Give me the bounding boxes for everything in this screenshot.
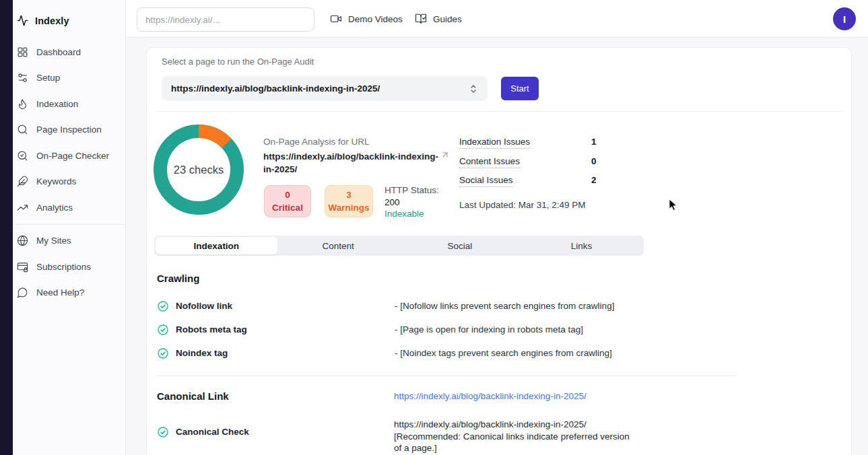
page-select-dropdown[interactable]: https://indexly.ai/blog/backlink-indexin…	[162, 76, 488, 101]
sidebar: Indexly Dashboard Setup Indexation Page …	[13, 0, 126, 455]
dashboard-grid-icon	[17, 46, 28, 58]
stat-row-content: Content Issues 0	[459, 156, 726, 168]
check-pass-icon	[158, 301, 168, 312]
select-page-label: Select a page to run the On-Page Audit	[162, 57, 314, 67]
flame-icon	[17, 98, 28, 110]
canonical-check-row: Canonical Check	[158, 426, 249, 438]
sidebar-item-page-inspection[interactable]: Page Inspection	[13, 117, 125, 143]
tab-content[interactable]: Content	[277, 237, 399, 254]
check-pass-icon	[158, 324, 168, 335]
sidebar-item-analytics[interactable]: Analytics	[13, 195, 125, 221]
feather-icon	[17, 176, 28, 187]
sidebar-item-on-page-checker[interactable]: On-Page Checker	[13, 143, 125, 169]
http-status-value: 200	[385, 197, 439, 209]
guides-label: Guides	[433, 14, 462, 24]
stat-row-social: Social Issues 2	[459, 175, 726, 187]
http-status-block: HTTP Status: 200 Indexable	[385, 184, 439, 220]
indexation-issues-link[interactable]: Indexation Issues	[459, 137, 530, 149]
crawl-check-note: - [Nofollow links prevent search engines…	[395, 301, 614, 311]
tab-links[interactable]: Links	[521, 237, 642, 254]
external-link-icon[interactable]	[440, 150, 450, 160]
indexation-issues-count: 1	[591, 137, 726, 147]
analysis-title: On-Page Analysis for URL	[263, 137, 370, 147]
sidebar-item-indexation[interactable]: Indexation	[13, 91, 125, 117]
social-issues-count: 2	[591, 175, 726, 185]
sidebar-divider	[13, 224, 125, 225]
on-page-audit-card: Select a page to run the On-Page Audit h…	[146, 47, 852, 455]
search-icon	[17, 124, 28, 135]
sidebar-item-label: Need Help?	[36, 287, 84, 298]
last-updated: Last Updated: Mar 31, 2:49 PM	[459, 200, 586, 210]
sidebar-item-label: Dashboard	[36, 47, 81, 57]
sidebar-item-label: Analytics	[36, 203, 73, 213]
canonical-heading: Canonical Link	[157, 390, 229, 402]
issue-stats: Indexation Issues 1 Content Issues 0 Soc…	[459, 137, 726, 195]
warnings-label: Warnings	[328, 201, 369, 214]
section-divider	[156, 376, 737, 376]
sidebar-item-my-sites[interactable]: My Sites	[13, 228, 125, 254]
tab-indexation[interactable]: Indexation	[156, 237, 277, 254]
content-issues-link[interactable]: Content Issues	[459, 156, 520, 168]
http-status-label: HTTP Status:	[385, 184, 439, 197]
content-issues-count: 0	[591, 156, 726, 166]
check-pass-icon	[158, 427, 168, 438]
subscription-card-icon	[17, 261, 28, 273]
brand[interactable]: Indexly	[13, 0, 125, 30]
crawl-check-label: Noindex tag	[176, 348, 228, 358]
search-check-icon	[17, 150, 28, 162]
canonical-check-note: https://indexly.ai/blog/backlink-indexin…	[394, 419, 643, 454]
analysis-url: https://indexly.ai/blog/backlink-indexin…	[263, 150, 440, 176]
sidebar-item-label: Page Inspection	[36, 125, 102, 135]
video-camera-icon	[330, 13, 342, 25]
crawl-check-label: Nofollow link	[176, 301, 232, 311]
warnings-badge: 3 Warnings	[325, 185, 373, 217]
canonical-url-link[interactable]: https://indexly.ai/blog/backlink-indexin…	[394, 391, 587, 401]
topbar: https://indexly.ai/... Demo Videos Guide…	[126, 0, 868, 38]
checks-donut-chart: 23 checks	[154, 125, 244, 215]
critical-badge: 0 Critical	[264, 185, 311, 217]
sidebar-item-label: Keywords	[36, 176, 76, 186]
check-pass-icon	[158, 348, 168, 359]
section-divider	[155, 111, 844, 112]
select-chevrons-icon	[469, 83, 478, 94]
brand-name: Indexly	[35, 15, 69, 26]
globe-icon	[17, 235, 28, 246]
social-issues-link[interactable]: Social Issues	[459, 175, 513, 187]
canonical-check-label: Canonical Check	[176, 427, 249, 437]
demo-videos-label: Demo Videos	[348, 14, 403, 24]
activity-logo-icon	[17, 15, 28, 26]
left-dark-rail	[0, 0, 13, 455]
sidebar-item-subscriptions[interactable]: Subscriptions	[13, 254, 125, 280]
main-area: Select a page to run the On-Page Audit h…	[126, 38, 868, 455]
crawl-row-nofollow: Nofollow link	[158, 300, 232, 312]
user-avatar[interactable]: I	[833, 7, 856, 30]
sidebar-item-need-help[interactable]: Need Help?	[13, 280, 125, 306]
crawl-check-note: - [Noindex tags prevent search engines f…	[395, 348, 612, 358]
sidebar-item-label: Setup	[36, 73, 60, 83]
demo-videos-button[interactable]: Demo Videos	[330, 0, 403, 38]
warnings-count: 3	[346, 188, 352, 201]
sidebar-item-label: On-Page Checker	[36, 151, 109, 161]
crawling-heading: Crawling	[157, 273, 199, 284]
guides-button[interactable]: Guides	[415, 0, 462, 38]
sliders-icon	[17, 72, 28, 83]
chat-bubble-icon	[17, 287, 28, 298]
critical-label: Critical	[272, 201, 303, 214]
crawl-check-note: - [Page is open for indexing in robots m…	[395, 324, 583, 335]
crawl-check-label: Robots meta tag	[176, 324, 247, 335]
mouse-cursor	[669, 199, 678, 212]
sidebar-item-dashboard[interactable]: Dashboard	[13, 39, 125, 65]
sidebar-item-keywords[interactable]: Keywords	[13, 169, 125, 195]
sidebar-item-setup[interactable]: Setup	[13, 65, 125, 92]
start-audit-button[interactable]: Start	[501, 77, 539, 100]
crawl-row-noindex: Noindex tag	[158, 347, 228, 359]
sidebar-item-label: Indexation	[36, 99, 78, 109]
stat-row-indexation: Indexation Issues 1	[459, 137, 726, 149]
tab-social[interactable]: Social	[399, 237, 521, 254]
site-url-input[interactable]: https://indexly.ai/...	[137, 7, 314, 32]
crawl-row-robots: Robots meta tag	[158, 324, 247, 335]
trending-up-icon	[17, 202, 28, 213]
book-guides-icon	[415, 13, 427, 25]
sidebar-item-label: Subscriptions	[36, 262, 91, 272]
indexable-status: Indexable	[385, 208, 439, 220]
